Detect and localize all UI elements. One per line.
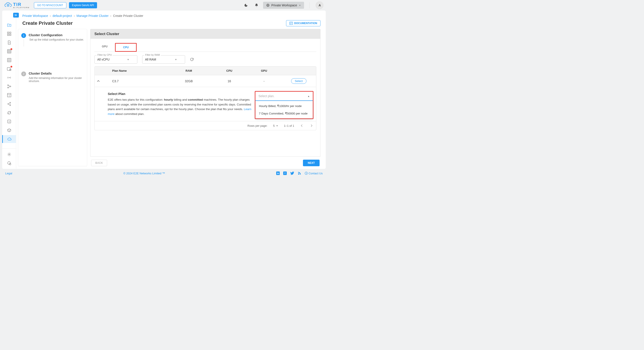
expand-row-icon[interactable] — [95, 77, 108, 85]
nav-item-grid[interactable] — [5, 56, 14, 64]
nav-item-schedule[interactable] — [5, 65, 14, 73]
filter-ram-label: Filter by RAM — [144, 54, 161, 56]
nav-item-share[interactable] — [5, 100, 14, 108]
chevron-down-icon: ▼ — [127, 58, 129, 61]
facebook-icon[interactable]: f — [283, 171, 287, 175]
svg-point-24 — [10, 86, 11, 87]
logo[interactable]: TIR AI PLATFORM — [4, 2, 30, 9]
stepper-card: 1 Cluster Configuration Set up the initi… — [18, 29, 87, 166]
filter-cpu-value: All vCPU — [97, 58, 110, 61]
filter-cpu[interactable]: Filter by CPU All vCPU ▼ — [94, 55, 137, 64]
plan-dropdown: Select plan. ▲ Hourly Billed, ₹1000/hr p… — [255, 91, 314, 119]
rss-icon[interactable] — [298, 171, 301, 175]
nav-item-cloud[interactable] — [2, 135, 16, 143]
svg-text:in: in — [277, 172, 279, 174]
documentation-button[interactable]: DOCUMENTATION — [286, 20, 320, 26]
expand-sidebar-button[interactable] — [13, 13, 19, 18]
nav-item-doc[interactable] — [5, 39, 14, 47]
next-page-icon[interactable] — [310, 123, 314, 128]
next-button[interactable]: NEXT — [303, 160, 320, 166]
prev-page-icon[interactable] — [300, 123, 304, 128]
cell-cpu: 16 — [212, 76, 247, 86]
filters-row: Filter by CPU All vCPU ▼ Filter by RAM A… — [94, 54, 316, 64]
breadcrumb-link[interactable]: Private Workspace — [22, 14, 48, 18]
plan-select-field[interactable]: Select plan. ▲ — [256, 92, 313, 101]
tab-gpu[interactable]: GPU — [94, 43, 115, 52]
avatar[interactable]: A — [316, 1, 324, 9]
svg-point-28 — [8, 103, 9, 105]
back-button[interactable]: BACK — [91, 160, 107, 166]
sidenav — [2, 11, 16, 169]
copyright: © 2024 E2E Networks Limited ™ — [123, 172, 165, 175]
col-plan-name: Plan Name — [108, 66, 166, 75]
workspace-label: Private Workspace — [272, 4, 297, 7]
dark-mode-icon[interactable] — [242, 1, 250, 9]
svg-rect-6 — [7, 34, 8, 36]
rows-per-page-label: Rows per page: — [248, 124, 268, 127]
select-plan-button[interactable]: Select — [291, 78, 306, 84]
nav-item-import[interactable] — [5, 21, 14, 29]
svg-rect-10 — [7, 50, 11, 53]
table-row: C3.7 32GB 16 - Select — [95, 75, 316, 87]
workspace-selector[interactable]: Private Workspace ▼ — [263, 2, 304, 9]
nav-item-globe-gear[interactable] — [5, 159, 14, 167]
step-2[interactable]: 2 Cluster Details Add the remaining info… — [21, 72, 84, 87]
pane-header: Select Cluster — [90, 29, 320, 39]
step-desc: Set up the initial configurations for yo… — [29, 38, 84, 41]
twitter-icon[interactable] — [290, 171, 294, 175]
contact-us-link[interactable]: ? Contact Us — [305, 172, 323, 175]
step-1[interactable]: 1 Cluster Configuration Set up the initi… — [21, 33, 84, 45]
svg-rect-19 — [7, 68, 10, 71]
nav-item-cube[interactable] — [5, 126, 14, 134]
plan-option-committed[interactable]: 7 Days Committed, ₹50000 per node — [256, 110, 313, 117]
cell-ram: 32GB — [166, 76, 212, 86]
filter-ram-value: All RAM — [145, 58, 156, 61]
svg-point-33 — [8, 162, 10, 164]
topbar: TIR AI PLATFORM GO TO MYACCOUNT Explore … — [0, 0, 328, 11]
chevron-down-icon: ▼ — [299, 4, 301, 7]
nav-item-grid-dot[interactable] — [5, 47, 14, 55]
cell-plan-name: C3.7 — [108, 76, 166, 86]
explore-genai-button[interactable]: Explore GenAI API — [69, 2, 97, 8]
go-to-myaccount-button[interactable]: GO TO MYACCOUNT — [34, 2, 66, 8]
svg-point-43 — [298, 174, 299, 174]
plan-option-hourly[interactable]: Hourly Billed, ₹1000/hr per node — [256, 102, 313, 110]
bell-icon[interactable] — [252, 1, 260, 9]
svg-point-32 — [8, 154, 10, 155]
svg-point-29 — [10, 102, 11, 103]
nav-item-settings[interactable] — [5, 150, 14, 158]
nav-item-export[interactable] — [5, 118, 14, 125]
page-footer: Legal © 2024 E2E Networks Limited ™ in f… — [0, 169, 328, 177]
linkedin-icon[interactable]: in — [276, 171, 280, 175]
refresh-icon[interactable] — [190, 57, 194, 61]
cluster-tabs: GPU CPU — [94, 42, 316, 52]
documentation-label: DOCUMENTATION — [294, 22, 317, 25]
rows-per-page-select[interactable]: 5 ▼ — [273, 124, 278, 127]
svg-point-22 — [8, 85, 8, 86]
filter-ram[interactable]: Filter by RAM All RAM ▼ — [142, 55, 185, 64]
table-header-row: Plan Name RAM CPU GPU — [95, 66, 316, 75]
logo-subtitle: AI PLATFORM — [13, 7, 30, 9]
svg-text:?: ? — [306, 172, 307, 174]
chevron-down-icon: ▼ — [276, 125, 278, 127]
plan-options: Hourly Billed, ₹1000/hr per node 7 Days … — [256, 101, 313, 118]
pagination: Rows per page: 5 ▼ 1–1 of 1 — [95, 121, 316, 130]
step-badge: 2 — [21, 72, 26, 76]
nav-item-dashboard[interactable] — [5, 30, 14, 38]
nav-item-tree[interactable] — [5, 82, 14, 90]
col-cpu: CPU — [212, 66, 247, 75]
avatar-letter: A — [318, 4, 321, 7]
nav-item-sync[interactable] — [5, 109, 14, 117]
nav-item-broadcast[interactable] — [5, 74, 14, 82]
nav-item-table[interactable] — [5, 91, 14, 99]
page-title: Create Private Cluster — [22, 20, 73, 26]
main-content: Private Workspace › default-project › Ma… — [16, 11, 326, 169]
svg-rect-5 — [10, 32, 11, 33]
breadcrumb-link[interactable]: default-project — [52, 14, 72, 18]
breadcrumb-link[interactable]: Manage Private Cluster — [76, 14, 108, 18]
legal-link[interactable]: Legal — [5, 172, 12, 175]
svg-rect-7 — [10, 34, 11, 36]
svg-text:f: f — [284, 172, 286, 174]
tab-cpu[interactable]: CPU — [115, 43, 137, 52]
plan-expansion: Select Plan E2E offers two plans for thi… — [95, 87, 316, 121]
